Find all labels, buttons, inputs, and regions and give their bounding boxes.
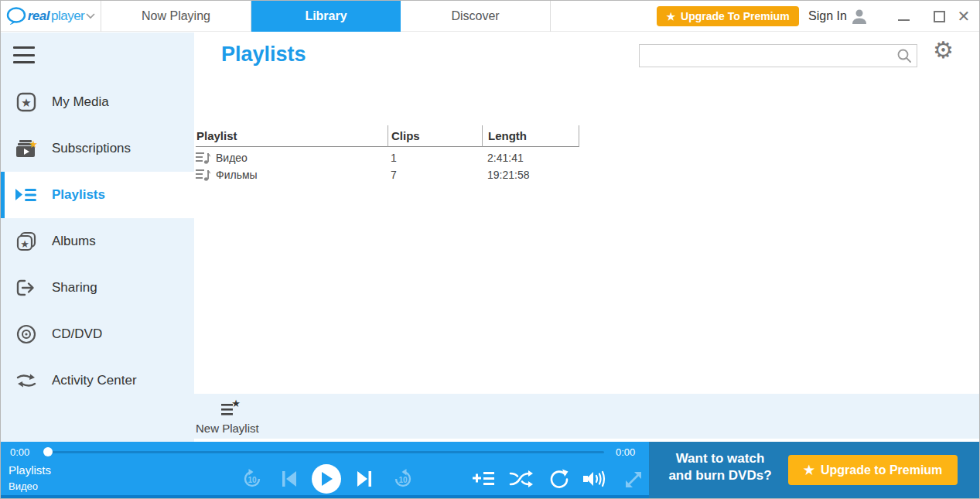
video-stack-star-icon: ★: [15, 138, 38, 159]
column-header-length[interactable]: Length: [482, 125, 579, 147]
tab-now-playing[interactable]: Now Playing: [101, 1, 251, 32]
table-cell-clips[interactable]: 1: [391, 149, 485, 166]
sign-in-link[interactable]: Sign In: [808, 9, 847, 23]
minimize-icon: [898, 19, 910, 21]
promo-panel: Want to watch and burn DVDs? ★ Upgrade t…: [649, 442, 980, 499]
promo-line-1: Want to watch: [654, 450, 787, 467]
table-row-playlist-name[interactable]: Видео: [196, 149, 388, 166]
logo-text-player: player: [51, 9, 84, 24]
chevron-down-icon: [86, 13, 95, 19]
new-playlist-label: New Playlist: [196, 422, 259, 435]
page-title: Playlists: [221, 43, 306, 67]
star-icon: ★: [666, 11, 675, 22]
shuffle-icon[interactable]: [509, 470, 534, 491]
table-row-playlist-name[interactable]: Фильмы: [196, 166, 388, 183]
bottom-action-strip: ★ New Playlist: [194, 394, 980, 439]
previous-track-icon[interactable]: [280, 470, 299, 490]
next-track-icon[interactable]: [355, 470, 374, 490]
column-header-clips[interactable]: Clips: [388, 125, 482, 147]
svg-text:★: ★: [21, 96, 31, 109]
upgrade-top-label: Upgrade To Premium: [681, 10, 790, 22]
seek-bar[interactable]: [47, 451, 604, 453]
play-button[interactable]: [312, 464, 341, 494]
expand-icon[interactable]: [623, 470, 644, 493]
volume-icon[interactable]: [582, 470, 607, 491]
minimize-button[interactable]: [890, 1, 917, 32]
sidebar-item-label: Albums: [52, 234, 96, 249]
hamburger-menu-icon[interactable]: [13, 46, 35, 63]
top-bar: realplayer Now Playing Library Discover …: [1, 1, 979, 32]
remaining-time: 0:00: [616, 446, 635, 458]
gear-icon[interactable]: ⚙: [933, 39, 954, 62]
tab-library[interactable]: Library: [251, 1, 401, 32]
rewind-10-icon[interactable]: 10: [241, 468, 263, 493]
sidebar-item-label: Subscriptions: [52, 141, 131, 156]
upgrade-to-premium-bottom-button[interactable]: ★ Upgrade to Premium: [788, 455, 958, 485]
sidebar-item-label: My Media: [52, 94, 109, 110]
table-cell-clips[interactable]: 7: [391, 166, 485, 183]
search-input[interactable]: [644, 45, 892, 67]
search-box: [639, 44, 917, 67]
svg-text:★: ★: [20, 238, 29, 250]
app-menu-logo[interactable]: realplayer: [1, 1, 101, 32]
repeat-icon[interactable]: [548, 469, 569, 493]
table-cell-length[interactable]: 2:41:41: [487, 149, 585, 166]
activity-icon: [15, 372, 38, 389]
sidebar-item-sharing[interactable]: Sharing: [1, 265, 194, 311]
realplayer-window: realplayer Now Playing Library Discover …: [0, 0, 980, 499]
promo-line-2: and burn DVDs?: [654, 467, 787, 484]
upgrade-bottom-label: Upgrade to Premium: [821, 463, 942, 477]
sidebar-item-my-media[interactable]: ★ My Media: [1, 79, 194, 125]
maximize-icon: [934, 11, 945, 22]
logo-text-real: real: [28, 9, 50, 24]
svg-text:★: ★: [29, 138, 38, 150]
playlist-note-icon: [196, 151, 211, 165]
sidebar: ★ My Media ★ Subscriptions: [1, 32, 194, 442]
main-content: Playlists ⚙ Playlist Clips Length: [194, 32, 980, 442]
sidebar-item-label: Activity Center: [52, 373, 137, 388]
sidebar-item-cd-dvd[interactable]: CD/DVD: [1, 311, 194, 357]
playlist-name: Видео: [216, 152, 248, 164]
upgrade-to-premium-top-button[interactable]: ★ Upgrade To Premium: [657, 6, 799, 26]
forward-10-icon[interactable]: 10: [392, 468, 414, 493]
disc-icon: [15, 324, 38, 344]
close-button[interactable]: ✕: [951, 1, 977, 32]
share-icon: [15, 279, 38, 297]
svg-text:10: 10: [248, 476, 257, 484]
now-playing-context: Playlists: [9, 463, 51, 477]
playlist-icon: [15, 187, 38, 203]
sidebar-item-label: CD/DVD: [52, 326, 102, 342]
sidebar-item-playlists[interactable]: Playlists: [1, 172, 194, 218]
search-icon[interactable]: [896, 48, 912, 67]
new-playlist-icon: ★: [220, 398, 241, 422]
star-square-icon: ★: [15, 92, 38, 112]
new-playlist-button[interactable]: ★ New Playlist: [196, 396, 281, 438]
player-bar: 0:00 0:00 Playlists Видео 10: [1, 442, 980, 499]
realplayer-bubble-icon: [6, 7, 26, 26]
playlist-note-icon: [196, 168, 211, 182]
play-queue-icon[interactable]: [472, 470, 495, 491]
svg-text:★: ★: [231, 398, 241, 409]
sidebar-item-albums[interactable]: ★ Albums: [1, 218, 194, 265]
play-icon: [320, 472, 333, 486]
now-playing-track: Видео: [9, 480, 38, 492]
sidebar-item-activity-center[interactable]: Activity Center: [1, 357, 194, 404]
table-cell-length[interactable]: 19:21:58: [487, 166, 585, 183]
sidebar-item-label: Playlists: [52, 187, 105, 203]
albums-icon: ★: [15, 231, 38, 251]
tab-discover[interactable]: Discover: [401, 1, 551, 32]
svg-text:10: 10: [398, 476, 408, 484]
maximize-button[interactable]: [926, 1, 952, 32]
column-header-playlist[interactable]: Playlist: [196, 125, 388, 147]
close-icon: ✕: [958, 7, 971, 26]
playlist-name: Фильмы: [216, 169, 258, 181]
seek-knob[interactable]: [43, 447, 53, 456]
star-icon: ★: [804, 463, 814, 477]
sidebar-item-subscriptions[interactable]: ★ Subscriptions: [1, 125, 194, 172]
player-bottom-strip: [1, 495, 649, 499]
promo-text: Want to watch and burn DVDs?: [654, 450, 787, 484]
sidebar-item-label: Sharing: [52, 280, 97, 296]
elapsed-time: 0:00: [10, 446, 29, 458]
user-avatar-icon[interactable]: [850, 7, 869, 29]
